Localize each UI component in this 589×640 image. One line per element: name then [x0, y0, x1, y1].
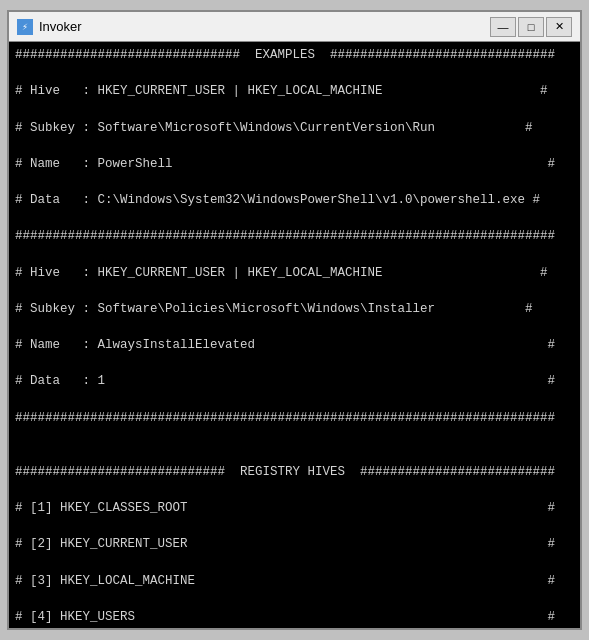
- app-icon: ⚡: [17, 19, 33, 35]
- title-bar-left: ⚡ Invoker: [17, 19, 82, 35]
- main-window: ⚡ Invoker — □ ✕ ########################…: [7, 10, 582, 630]
- terminal-line: # Subkey : Software\Microsoft\Windows\Cu…: [15, 119, 574, 137]
- terminal-line: ########################################…: [15, 227, 574, 245]
- terminal-line: # Hive : HKEY_CURRENT_USER | HKEY_LOCAL_…: [15, 82, 574, 100]
- terminal-line: # Name : PowerShell #: [15, 155, 574, 173]
- close-button[interactable]: ✕: [546, 17, 572, 37]
- terminal-line: # [2] HKEY_CURRENT_USER #: [15, 535, 574, 553]
- terminal-line: ############################ REGISTRY HI…: [15, 463, 574, 481]
- terminal-line: ############################## EXAMPLES …: [15, 46, 574, 64]
- terminal-line: # Name : AlwaysInstallElevated #: [15, 336, 574, 354]
- terminal-line: # [3] HKEY_LOCAL_MACHINE #: [15, 572, 574, 590]
- terminal-line: ########################################…: [15, 409, 574, 427]
- minimize-button[interactable]: —: [490, 17, 516, 37]
- terminal-line: # Subkey : Software\Policies\Microsoft\W…: [15, 300, 574, 318]
- terminal-line: # Data : 1 #: [15, 372, 574, 390]
- terminal-output[interactable]: ############################## EXAMPLES …: [9, 42, 580, 628]
- maximize-button[interactable]: □: [518, 17, 544, 37]
- terminal-line: # [1] HKEY_CLASSES_ROOT #: [15, 499, 574, 517]
- window-title: Invoker: [39, 19, 82, 34]
- terminal-line: # Data : C:\Windows\System32\WindowsPowe…: [15, 191, 574, 209]
- window-controls: — □ ✕: [490, 17, 572, 37]
- terminal-line: # [4] HKEY_USERS #: [15, 608, 574, 626]
- terminal-line: # Hive : HKEY_CURRENT_USER | HKEY_LOCAL_…: [15, 264, 574, 282]
- title-bar: ⚡ Invoker — □ ✕: [9, 12, 580, 42]
